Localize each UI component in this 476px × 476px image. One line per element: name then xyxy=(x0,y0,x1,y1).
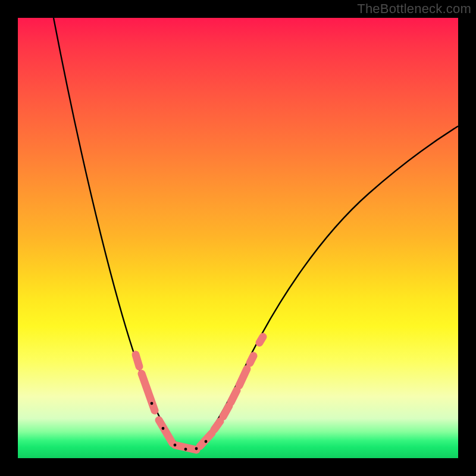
dot xyxy=(151,402,154,405)
salmon-seg xyxy=(136,355,139,367)
salmon-seg xyxy=(159,420,173,443)
salmon-seg xyxy=(200,433,212,446)
salmon-seg xyxy=(223,406,229,416)
salmon-seg xyxy=(142,374,155,411)
plot-area xyxy=(18,18,458,458)
dot xyxy=(195,447,198,450)
dot xyxy=(184,448,187,451)
right-salmon-overlay xyxy=(200,337,263,446)
salmon-seg xyxy=(239,369,247,386)
salmon-seg xyxy=(214,421,220,430)
left-salmon-overlay xyxy=(136,355,196,450)
salmon-seg xyxy=(259,337,263,343)
dot xyxy=(205,440,208,443)
dot xyxy=(162,427,165,430)
left-curve xyxy=(54,18,181,447)
chart-frame: TheBottleneck.com xyxy=(0,0,476,476)
dot xyxy=(174,444,177,447)
salmon-seg xyxy=(250,356,253,363)
watermark-text: TheBottleneck.com xyxy=(357,1,471,17)
chart-svg xyxy=(18,18,458,458)
salmon-seg xyxy=(231,390,237,402)
